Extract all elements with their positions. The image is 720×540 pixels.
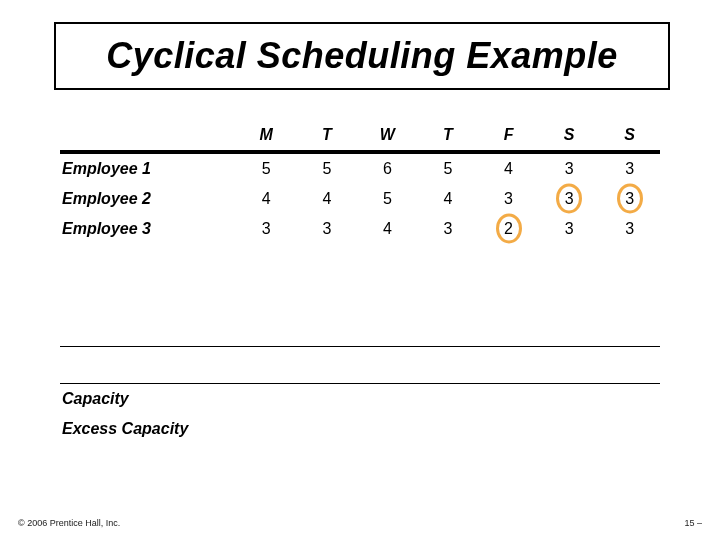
col-head: S [539,120,600,150]
footer-page: 15 – [684,518,702,528]
cell-circled: 2 [500,220,518,238]
cell: 5 [257,160,275,178]
row-label: Employee 2 [60,184,236,214]
table-row: Employee 2 4 4 5 4 3 3 3 [60,184,660,214]
schedule-table-wrap: M T W T F S S Employee 1 5 5 6 5 4 3 3 E… [60,120,660,444]
cell: 3 [318,220,336,238]
cell: 5 [318,160,336,178]
col-head: W [357,120,418,150]
capacity-label: Capacity [60,384,660,415]
excess-capacity-label: Excess Capacity [60,414,660,444]
col-head: T [418,120,479,150]
cell: 3 [560,160,578,178]
cell: 3 [560,220,578,238]
cell: 4 [378,220,396,238]
footer-copyright: © 2006 Prentice Hall, Inc. [18,518,120,528]
schedule-table: M T W T F S S Employee 1 5 5 6 5 4 3 3 E… [60,120,660,444]
table-row: Employee 1 5 5 6 5 4 3 3 [60,152,660,184]
cell: 4 [439,190,457,208]
slide: Cyclical Scheduling Example M T W T F S … [0,0,720,540]
col-head: F [478,120,539,150]
cell-circled: 3 [560,190,578,208]
table-row: Capacity [60,384,660,415]
cell: 5 [439,160,457,178]
cell: 3 [439,220,457,238]
page-title: Cyclical Scheduling Example [106,35,618,77]
table-row: Excess Capacity [60,414,660,444]
cell: 3 [257,220,275,238]
row-label: Employee 1 [60,152,236,184]
cell: 4 [318,190,336,208]
col-head: M [236,120,297,150]
cell: 6 [378,160,396,178]
title-box: Cyclical Scheduling Example [54,22,670,90]
cell: 3 [621,220,639,238]
col-head: T [297,120,358,150]
row-label: Employee 3 [60,214,236,244]
col-head: S [599,120,660,150]
cell: 3 [500,190,518,208]
table-row: Employee 3 3 3 4 3 2 3 3 [60,214,660,244]
cell: 5 [378,190,396,208]
cell: 4 [500,160,518,178]
cell: 4 [257,190,275,208]
header-row: M T W T F S S [60,120,660,150]
cell: 3 [621,160,639,178]
cell-circled: 3 [621,190,639,208]
